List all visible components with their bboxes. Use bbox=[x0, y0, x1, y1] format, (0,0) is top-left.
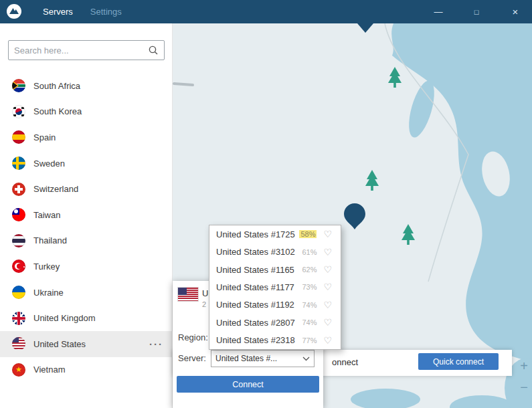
flag-th-icon bbox=[12, 234, 25, 247]
country-name: Turkey bbox=[33, 262, 60, 272]
flag-za-icon bbox=[12, 79, 25, 92]
flag-tr-icon bbox=[12, 260, 25, 273]
flag-tw-icon bbox=[12, 208, 25, 221]
country-row-ch[interactable]: Switzerland bbox=[0, 176, 173, 202]
more-options-button[interactable]: ··· bbox=[149, 338, 163, 350]
heart-icon[interactable]: ♡ bbox=[323, 265, 332, 274]
popup-server-count: 2 bbox=[202, 300, 206, 308]
nordvpn-logo-icon bbox=[7, 4, 21, 19]
server-sidebar: South Africa South Korea Spain Sweden Sw… bbox=[0, 23, 173, 408]
server-name: United States #1192 bbox=[216, 300, 302, 310]
tab-servers[interactable]: Servers bbox=[43, 7, 73, 17]
country-row-gb[interactable]: United Kingdom bbox=[0, 305, 173, 331]
server-option[interactable]: United States #1192 74% ♡ bbox=[209, 296, 341, 314]
country-list: South Africa South Korea Spain Sweden Sw… bbox=[0, 73, 173, 383]
server-load: 77% bbox=[302, 336, 317, 344]
country-row-za[interactable]: South Africa bbox=[0, 73, 173, 99]
server-dropdown-list: United States #1725 58% ♡ United States … bbox=[209, 225, 341, 350]
country-name: United States bbox=[33, 339, 86, 349]
server-option[interactable]: United States #1165 62% ♡ bbox=[209, 261, 341, 278]
heart-icon[interactable]: ♡ bbox=[323, 300, 332, 310]
server-label: Server: bbox=[178, 353, 206, 363]
country-name: South Korea bbox=[33, 106, 82, 116]
zoom-in-button[interactable]: + bbox=[517, 359, 531, 373]
search-icon bbox=[148, 45, 159, 56]
flag-us-icon bbox=[178, 288, 198, 301]
server-load: 61% bbox=[302, 248, 317, 256]
server-load: 62% bbox=[302, 266, 317, 274]
country-name: Switzerland bbox=[33, 184, 78, 194]
server-load: 73% bbox=[302, 283, 317, 291]
nordvpn-window: + − onnect Quick connect South Africa So… bbox=[0, 0, 532, 408]
heart-icon[interactable]: ♡ bbox=[323, 318, 332, 327]
server-option[interactable]: United States #2318 77% ♡ bbox=[209, 332, 341, 349]
country-row-th[interactable]: Thailand bbox=[0, 228, 173, 254]
country-name: United Kingdom bbox=[33, 313, 96, 323]
server-select[interactable]: United States #... bbox=[211, 350, 315, 367]
server-load: 74% bbox=[302, 301, 317, 309]
connect-button[interactable]: Connect bbox=[177, 376, 319, 393]
minimize-button[interactable]: — bbox=[425, 0, 452, 23]
server-name: United States #1725 bbox=[216, 229, 299, 239]
chevron-down-icon bbox=[302, 356, 310, 361]
titlebar-tabs: ServersSettings bbox=[43, 0, 122, 23]
country-row-tr[interactable]: Turkey bbox=[0, 253, 173, 280]
flag-se-icon bbox=[12, 157, 25, 170]
quick-connect-button[interactable]: Quick connect bbox=[418, 353, 499, 370]
country-name: Ukraine bbox=[33, 288, 64, 298]
server-name: United States #3102 bbox=[216, 247, 302, 257]
heart-icon[interactable]: ♡ bbox=[323, 247, 332, 257]
country-name: Spain bbox=[33, 132, 56, 142]
country-name: Vietnam bbox=[33, 365, 65, 375]
titlebar: ServersSettings — □ × bbox=[0, 0, 532, 23]
server-name: United States #2318 bbox=[216, 335, 302, 345]
flag-us-icon bbox=[12, 337, 25, 350]
country-name: Taiwan bbox=[33, 210, 60, 220]
country-name: Sweden bbox=[33, 159, 65, 169]
country-row-ua[interactable]: Ukraine bbox=[0, 280, 173, 306]
zoom-out-button[interactable]: − bbox=[517, 380, 531, 395]
server-option[interactable]: United States #1177 73% ♡ bbox=[209, 278, 341, 296]
country-row-kr[interactable]: South Korea bbox=[0, 99, 173, 125]
country-row-tw[interactable]: Taiwan bbox=[0, 202, 173, 228]
country-name: South Africa bbox=[33, 81, 80, 91]
flag-ua-icon bbox=[12, 286, 25, 299]
country-row-se[interactable]: Sweden bbox=[0, 150, 173, 177]
region-label: Region: bbox=[178, 332, 208, 342]
flag-gb-icon bbox=[12, 312, 25, 325]
heart-icon[interactable]: ♡ bbox=[323, 336, 332, 345]
server-name: United States #2807 bbox=[216, 318, 302, 328]
server-name: United States #1177 bbox=[216, 282, 302, 292]
close-button[interactable]: × bbox=[502, 0, 529, 23]
flag-es-icon bbox=[12, 130, 25, 144]
server-option[interactable]: United States #3102 61% ♡ bbox=[209, 243, 341, 260]
flag-vn-icon bbox=[12, 363, 25, 377]
country-row-vn[interactable]: Vietnam bbox=[0, 357, 173, 383]
server-name: United States #1165 bbox=[216, 265, 302, 275]
flag-kr-icon bbox=[12, 105, 25, 118]
server-select-value: United States #... bbox=[215, 354, 302, 363]
search-input[interactable] bbox=[9, 45, 148, 56]
country-row-us[interactable]: United States ··· bbox=[0, 331, 173, 357]
maximize-button[interactable]: □ bbox=[463, 0, 490, 23]
heart-icon[interactable]: ♡ bbox=[323, 282, 332, 292]
flag-ch-icon bbox=[12, 183, 25, 196]
server-load: 74% bbox=[302, 318, 317, 326]
server-option[interactable]: United States #2807 74% ♡ bbox=[209, 314, 341, 331]
map-road-dash bbox=[174, 84, 193, 85]
tab-settings[interactable]: Settings bbox=[90, 7, 122, 17]
heart-icon[interactable]: ♡ bbox=[323, 229, 332, 239]
quick-connect-partial-text: onnect bbox=[332, 357, 358, 367]
search-box bbox=[8, 40, 165, 60]
server-option[interactable]: United States #1725 58% ♡ bbox=[209, 225, 341, 243]
country-row-es[interactable]: Spain bbox=[0, 124, 173, 150]
country-name: Thailand bbox=[33, 235, 67, 245]
server-load: 58% bbox=[299, 230, 317, 238]
